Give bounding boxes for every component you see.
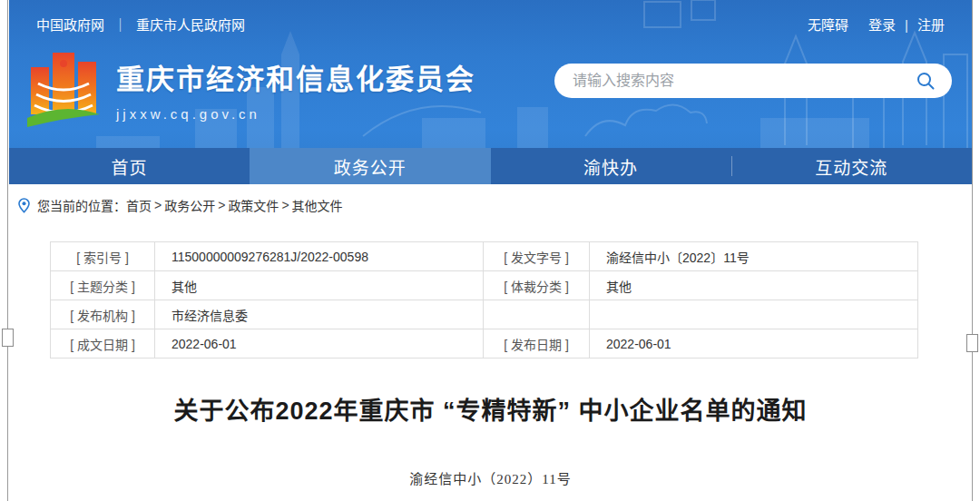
table-row: [ 索引号 ] 11500000009276281J/2022-00598 [ … bbox=[51, 242, 918, 271]
accessibility-link[interactable]: 无障碍 bbox=[808, 17, 848, 33]
breadcrumb-item-gov-info[interactable]: 政务公开 bbox=[164, 196, 215, 214]
breadcrumb: 您当前的位置： 首页 > 政务公开 > 政策文件 > 其他文件 bbox=[9, 184, 972, 223]
search-input[interactable] bbox=[573, 73, 914, 89]
meta-value-empty bbox=[590, 300, 918, 329]
nav-tab-home[interactable]: 首页 bbox=[9, 148, 250, 184]
article-doc-number: 渝经信中小（2022）11号 bbox=[9, 468, 972, 487]
meta-label-issuer: [ 发布机构 ] bbox=[51, 300, 155, 329]
table-row: [ 主题分类 ] 其他 [ 体裁分类 ] 其他 bbox=[51, 271, 918, 300]
meta-label-doc-symbol: [ 发文字号 ] bbox=[484, 242, 590, 271]
breadcrumb-item-home[interactable]: 首页 bbox=[126, 196, 152, 214]
login-link[interactable]: 登录 bbox=[868, 17, 896, 33]
location-pin-icon bbox=[18, 198, 30, 213]
breadcrumb-separator: > bbox=[218, 198, 225, 212]
nav-tab-interaction[interactable]: 互动交流 bbox=[731, 148, 972, 184]
breadcrumb-item-other-files[interactable]: 其他文件 bbox=[292, 196, 343, 214]
site-url: jjxxw.cq.gov.cn bbox=[116, 106, 475, 122]
nav-tab-yukuaiban[interactable]: 渝快办 bbox=[491, 148, 731, 184]
article-title: 关于公布2022年重庆市 “专精特新” 中小企业名单的通知 bbox=[9, 391, 972, 427]
main-nav: 首页 政务公开 渝快办 互动交流 bbox=[9, 148, 972, 184]
table-row: [ 成文日期 ] 2022-06-01 [ 发布日期 ] 2022-06-01 bbox=[51, 329, 918, 359]
meta-label-topic-class: [ 主题分类 ] bbox=[51, 271, 155, 300]
breadcrumb-separator: > bbox=[154, 198, 162, 212]
site-brand[interactable]: 重庆市经济和信息化委员会 jjxxw.cq.gov.cn bbox=[25, 47, 475, 131]
meta-value-topic-class: 其他 bbox=[155, 271, 484, 300]
meta-value-index-no: 11500000009276281J/2022-00598 bbox=[155, 242, 484, 271]
meta-value-doc-symbol: 渝经信中小〔2022〕11号 bbox=[590, 242, 918, 271]
meta-label-index-no: [ 索引号 ] bbox=[51, 242, 155, 271]
nav-tab-gov-info[interactable]: 政务公开 bbox=[250, 148, 490, 184]
breadcrumb-separator: > bbox=[281, 198, 289, 212]
screenshot-guide-line-right bbox=[972, 0, 973, 501]
screenshot-handle-left[interactable] bbox=[2, 329, 14, 347]
meta-label-date-issued: [ 发布日期 ] bbox=[484, 329, 590, 359]
search-icon bbox=[916, 71, 936, 91]
account-links: 无障碍登录|注册 bbox=[808, 15, 945, 34]
meta-label-genre-class: [ 体裁分类 ] bbox=[484, 271, 590, 300]
site-title: 重庆市经济和信息化委员会 bbox=[116, 56, 475, 97]
meta-label-empty bbox=[484, 300, 590, 329]
breadcrumb-item-policy-files[interactable]: 政策文件 bbox=[228, 196, 279, 214]
agency-logo-icon bbox=[25, 47, 102, 131]
utility-bar: 中国政府网｜重庆市人民政府网 无障碍登录|注册 bbox=[9, 0, 972, 34]
page: 中国政府网｜重庆市人民政府网 无障碍登录|注册 bbox=[0, 0, 980, 501]
utility-separator: ｜ bbox=[113, 17, 127, 33]
table-row: [ 发布机构 ] 市经济信息委 bbox=[51, 300, 918, 329]
register-link[interactable]: 注册 bbox=[917, 17, 945, 33]
link-cq-gov[interactable]: 重庆市人民政府网 bbox=[136, 17, 245, 33]
site-header: 中国政府网｜重庆市人民政府网 无障碍登录|注册 bbox=[9, 0, 972, 184]
brand-text: 重庆市经济和信息化委员会 jjxxw.cq.gov.cn bbox=[116, 47, 475, 122]
link-china-gov[interactable]: 中国政府网 bbox=[36, 17, 104, 33]
screenshot-handle-right[interactable] bbox=[966, 334, 978, 352]
meta-value-issuer: 市经济信息委 bbox=[155, 300, 484, 329]
meta-value-date-issued: 2022-06-01 bbox=[590, 329, 918, 359]
search-bar bbox=[554, 64, 952, 98]
meta-label-date-written: [ 成文日期 ] bbox=[51, 329, 155, 359]
gov-links: 中国政府网｜重庆市人民政府网 bbox=[36, 15, 245, 34]
document-meta-table: [ 索引号 ] 11500000009276281J/2022-00598 [ … bbox=[50, 241, 918, 359]
screenshot-guide-line-left bbox=[7, 0, 8, 501]
account-divider: | bbox=[905, 17, 908, 33]
meta-value-genre-class: 其他 bbox=[590, 271, 918, 300]
meta-value-date-written: 2022-06-01 bbox=[155, 329, 484, 359]
breadcrumb-prefix: 您当前的位置： bbox=[37, 196, 126, 214]
search-button[interactable] bbox=[914, 69, 937, 93]
